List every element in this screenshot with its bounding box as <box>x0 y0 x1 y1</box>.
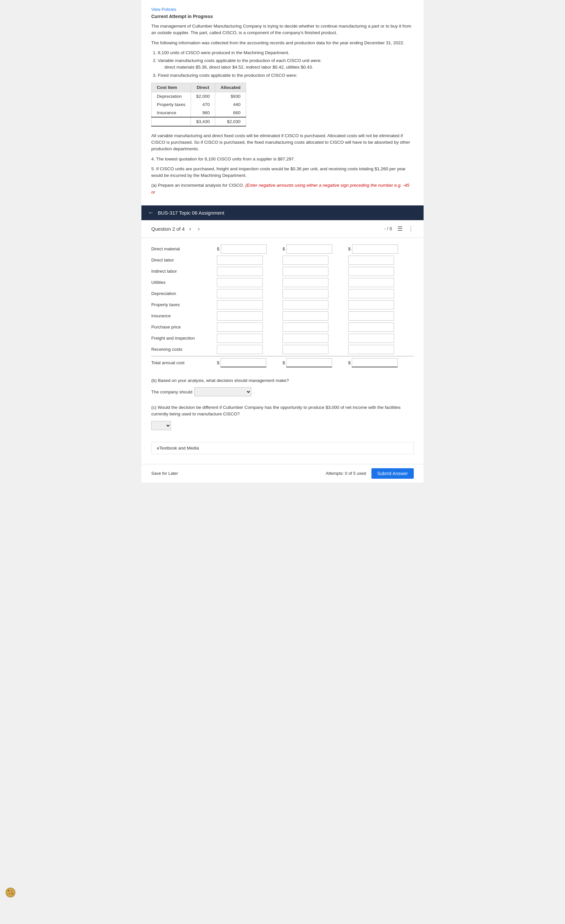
part-b-dropdown[interactable]: continue manufacturing purchase from sup… <box>194 387 251 396</box>
part-c-dropdown[interactable]: Yes No <box>151 421 171 430</box>
cost-row-depreciation: Depreciation $2,000 $930 <box>151 92 246 100</box>
depreciation-col1[interactable] <box>217 289 263 298</box>
course-title: BUS-317 Topic 06 Assignment <box>158 210 224 216</box>
row-total-annual-cost: Total annual cost $ $ $ <box>151 356 414 368</box>
row-receiving-costs: Receiving costs <box>151 345 414 354</box>
footer: Save for Later Attempts: 0 of 5 used Sub… <box>141 464 424 483</box>
receiving-costs-col2[interactable] <box>283 345 328 354</box>
utilities-col1[interactable] <box>217 278 263 287</box>
cost-row-property-taxes: Property taxes 470 440 <box>151 100 246 109</box>
next-question-button[interactable]: › <box>196 225 202 233</box>
freight-inspection-col1[interactable] <box>217 334 263 343</box>
row-direct-labor: Direct labor <box>151 256 414 265</box>
row-insurance: Insurance <box>151 311 414 321</box>
part-b-section: (b) Based on your analysis, what decisio… <box>151 377 414 396</box>
list-item-3: Fixed manufacturing costs applicable to … <box>158 72 414 79</box>
part-a-label: (a) Prepare an incremental analysis for … <box>151 182 414 196</box>
insurance-col1[interactable] <box>217 311 263 321</box>
direct-labor-col3[interactable] <box>348 256 394 265</box>
row-utilities: Utilities <box>151 278 414 287</box>
indirect-labor-col2[interactable] <box>283 267 328 276</box>
cost-table: Cost Item Direct Allocated Depreciation … <box>151 82 246 127</box>
direct-material-col3[interactable] <box>352 244 398 254</box>
row-purchase-price: Purchase price <box>151 322 414 332</box>
insurance-col2[interactable] <box>283 311 328 321</box>
analysis-table: Direct material $ $ $ Direct labor <box>151 244 414 368</box>
row-property-taxes: Property taxes <box>151 300 414 309</box>
more-options-icon[interactable]: ⋮ <box>408 225 414 232</box>
list-item-2-detail: direct materials $5.36, direct labor $4.… <box>164 64 313 70</box>
freight-inspection-col2[interactable] <box>283 334 328 343</box>
item-4: 4. The lowest quotation for 8,100 CISCO … <box>151 156 414 162</box>
save-later-button[interactable]: Save for Later <box>151 471 178 476</box>
cost-table-header-direct: Direct <box>191 82 215 92</box>
insurance-col3[interactable] <box>348 311 394 321</box>
cost-table-header-allocated: Allocated <box>215 82 246 92</box>
receiving-costs-col1[interactable] <box>217 345 263 354</box>
freight-inspection-col3[interactable] <box>348 334 394 343</box>
total-cost-col3[interactable] <box>352 358 398 368</box>
submit-answer-button[interactable]: Submit Answer <box>372 468 414 479</box>
receiving-costs-col3[interactable] <box>348 345 394 354</box>
property-taxes-col2[interactable] <box>283 300 328 309</box>
total-cost-col1[interactable] <box>220 358 267 368</box>
direct-material-col2[interactable] <box>286 244 333 254</box>
back-button[interactable]: ← <box>148 209 154 216</box>
list-icon[interactable]: ☰ <box>397 225 403 232</box>
row-indirect-labor: Indirect labor <box>151 267 414 276</box>
intro-paragraph-2: The following information was collected … <box>151 40 414 46</box>
para-1: All variable manufacturing and direct fi… <box>151 133 414 153</box>
part-c-label: (c) Would the decision be different if C… <box>151 404 414 418</box>
property-taxes-col3[interactable] <box>348 300 394 309</box>
purchase-price-col3[interactable] <box>348 322 394 332</box>
prev-question-button[interactable]: ‹ <box>187 225 193 233</box>
indirect-labor-col1[interactable] <box>217 267 263 276</box>
direct-material-col1[interactable] <box>221 244 267 254</box>
direct-labor-col1[interactable] <box>217 256 263 265</box>
attempts-info: Attempts: 0 of 5 used <box>326 471 366 476</box>
intro-paragraph-1: The management of Cullumber Manufacturin… <box>151 23 414 36</box>
property-taxes-col1[interactable] <box>217 300 263 309</box>
purchase-price-col2[interactable] <box>283 322 328 332</box>
total-cost-col2[interactable] <box>286 358 332 368</box>
list-item-1: 8,100 units of CISCO were produced in th… <box>158 50 414 56</box>
question-header: Question 2 of 4 ‹ › - / 8 ☰ ⋮ <box>141 220 424 238</box>
item-5: 5. If CISCO units are purchased, freight… <box>151 166 414 179</box>
page-info: - / 8 <box>384 226 392 231</box>
depreciation-col2[interactable] <box>283 289 328 298</box>
direct-labor-col2[interactable] <box>283 256 328 265</box>
navigation-bar: ← BUS-317 Topic 06 Assignment <box>141 206 424 220</box>
part-c-section: (c) Would the decision be different if C… <box>151 404 414 434</box>
cost-row-total: $3,430 $2,030 <box>151 117 246 126</box>
question-counter: Question 2 of 4 <box>151 226 185 232</box>
part-b-prefix: The company should <box>151 390 192 394</box>
purchase-price-col1[interactable] <box>217 322 263 332</box>
list-item-2: Variable manufacturing costs applicable … <box>158 57 414 71</box>
row-direct-material: Direct material $ $ $ <box>151 244 414 254</box>
row-depreciation: Depreciation <box>151 289 414 298</box>
utilities-col2[interactable] <box>283 278 328 287</box>
part-b-suffix: . <box>253 390 255 394</box>
indirect-labor-col3[interactable] <box>348 267 394 276</box>
utilities-col3[interactable] <box>348 278 394 287</box>
cost-table-header-item: Cost Item <box>151 82 191 92</box>
view-policies-link[interactable]: View Policies <box>151 7 176 12</box>
cost-row-insurance: Insurance 960 660 <box>151 109 246 117</box>
etextbook-section[interactable]: eTextbook and Media <box>151 442 414 454</box>
depreciation-col3[interactable] <box>348 289 394 298</box>
current-attempt-label: Current Attempt in Progress <box>151 14 414 19</box>
part-b-label: (b) Based on your analysis, what decisio… <box>151 377 414 384</box>
row-freight-inspection: Freight and inspection <box>151 334 414 343</box>
